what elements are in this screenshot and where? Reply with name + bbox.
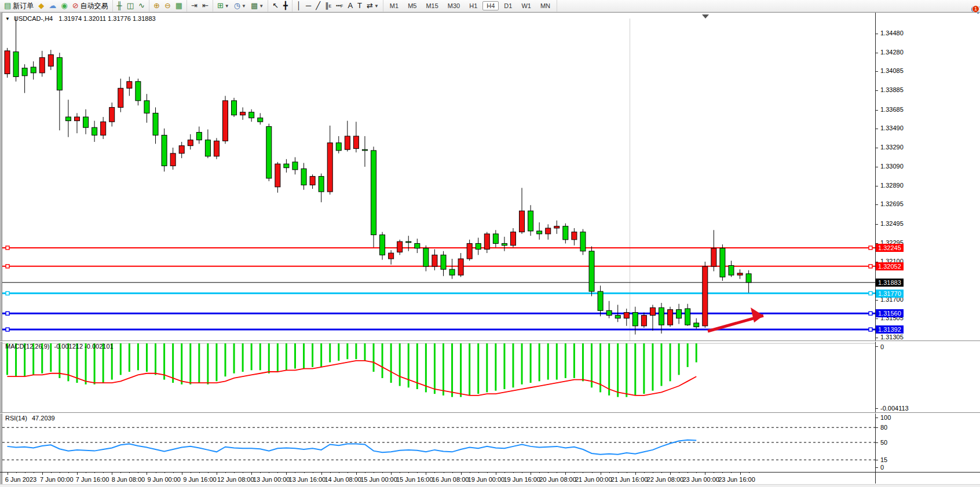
candle[interactable] [415, 243, 420, 248]
candle[interactable] [685, 309, 690, 325]
candle[interactable] [423, 248, 429, 266]
candle[interactable] [694, 323, 699, 327]
chart-shift-icon[interactable]: ⇤ [200, 1, 211, 11]
candle[interactable] [31, 67, 36, 73]
candle[interactable] [65, 117, 71, 121]
candle[interactable] [476, 243, 481, 249]
timeframe-m5[interactable]: M5 [404, 1, 420, 10]
candle[interactable] [458, 259, 463, 275]
indicators-icon-dropdown-arrow[interactable]: ▼ [225, 3, 229, 9]
candle[interactable] [301, 169, 306, 185]
candle[interactable] [580, 232, 586, 251]
timeframe-h4[interactable]: H4 [482, 1, 499, 10]
candle[interactable] [5, 51, 10, 74]
new-order-button[interactable]: ▤新订单 [2, 1, 36, 11]
candle[interactable] [83, 117, 89, 127]
candle[interactable] [441, 255, 446, 269]
candle[interactable] [703, 266, 708, 326]
periods-icon-dropdown-arrow[interactable]: ▼ [242, 3, 246, 9]
candle[interactable] [345, 136, 350, 149]
candle[interactable] [711, 248, 716, 266]
candle[interactable] [153, 113, 158, 135]
candle[interactable] [572, 232, 577, 240]
timeframe-m30[interactable]: M30 [444, 1, 464, 10]
candle[interactable] [546, 228, 551, 234]
candle[interactable] [205, 140, 210, 156]
indicators-icon[interactable]: ⊞▼ [215, 1, 232, 11]
line-handle[interactable] [6, 328, 9, 331]
text-label-icon[interactable]: T [355, 1, 364, 11]
timeframe-m1[interactable]: M1 [386, 1, 403, 10]
line-handle[interactable] [6, 312, 9, 315]
candle[interactable] [729, 266, 734, 276]
candle[interactable] [493, 234, 498, 244]
timeframe-mn[interactable]: MN [536, 1, 554, 10]
candle[interactable] [292, 162, 298, 170]
chart-shift-marker[interactable] [702, 14, 709, 19]
candle[interactable] [92, 127, 97, 135]
fibonacci-icon[interactable]: ┅F [334, 1, 345, 11]
signal-icon[interactable]: ◉ [58, 1, 70, 11]
candle[interactable] [101, 122, 106, 135]
arrows-icon[interactable]: ⇄▼ [364, 1, 381, 11]
candle[interactable] [266, 127, 272, 178]
templates-icon-dropdown-arrow[interactable]: ▼ [259, 3, 264, 9]
auto-scroll-icon[interactable]: ⇥ [189, 1, 200, 11]
templates-icon[interactable]: ▩▼ [248, 1, 266, 11]
candle[interactable] [668, 310, 673, 325]
candle[interactable] [57, 57, 62, 90]
candle[interactable] [22, 68, 27, 76]
candle[interactable] [563, 226, 568, 240]
candle[interactable] [389, 253, 394, 259]
timeframe-w1[interactable]: W1 [517, 1, 535, 10]
candle[interactable] [432, 255, 437, 266]
candle[interactable] [589, 251, 594, 292]
candle[interactable] [310, 177, 315, 185]
candle[interactable] [362, 149, 367, 151]
candlestick-chart-icon[interactable]: ◫ [125, 1, 136, 11]
macd-panel-canvas[interactable] [2, 342, 875, 412]
candle[interactable] [249, 112, 254, 118]
candle[interactable] [467, 243, 472, 258]
candle[interactable] [554, 226, 560, 228]
candle[interactable] [510, 232, 515, 246]
candle[interactable] [179, 146, 184, 153]
candle[interactable] [127, 82, 132, 89]
tile-windows-icon[interactable]: ▦ [173, 1, 185, 11]
candle[interactable] [449, 269, 455, 275]
vertical-line-icon[interactable]: │ [294, 1, 303, 11]
equidistant-channel-icon[interactable]: ∥E [323, 1, 334, 11]
timeframe-m15[interactable]: M15 [422, 1, 442, 10]
candle[interactable] [240, 112, 246, 115]
candle[interactable] [170, 153, 175, 166]
candle[interactable] [232, 101, 237, 115]
candle[interactable] [528, 211, 533, 231]
candle[interactable] [109, 107, 115, 122]
candle[interactable] [196, 132, 202, 140]
candle[interactable] [275, 164, 280, 187]
candle[interactable] [737, 273, 743, 275]
candle[interactable] [720, 248, 725, 277]
candle[interactable] [162, 135, 167, 166]
line-handle[interactable] [869, 328, 872, 331]
zoom-in-icon[interactable]: ⊕ [151, 1, 162, 11]
candle[interactable] [598, 291, 603, 310]
candle[interactable] [641, 316, 646, 326]
autotrading-button[interactable]: ⊘自动交易 [70, 1, 111, 11]
candle[interactable] [319, 177, 324, 192]
candle[interactable] [606, 310, 612, 315]
rsi-panel-canvas[interactable] [2, 413, 875, 471]
candle[interactable] [502, 243, 507, 245]
arrows-icon-dropdown-arrow[interactable]: ▼ [374, 3, 379, 9]
candle[interactable] [406, 241, 411, 243]
trendline-icon[interactable]: ╱ [313, 1, 323, 11]
candle[interactable] [214, 141, 219, 156]
candle[interactable] [624, 313, 629, 318]
bar-chart-icon[interactable]: ╫ [115, 1, 125, 11]
main-chart-canvas[interactable] [2, 13, 875, 340]
candle[interactable] [632, 313, 638, 326]
candle[interactable] [39, 57, 45, 72]
candle[interactable] [258, 118, 263, 122]
candle[interactable] [677, 310, 682, 318]
line-handle[interactable] [869, 312, 872, 315]
